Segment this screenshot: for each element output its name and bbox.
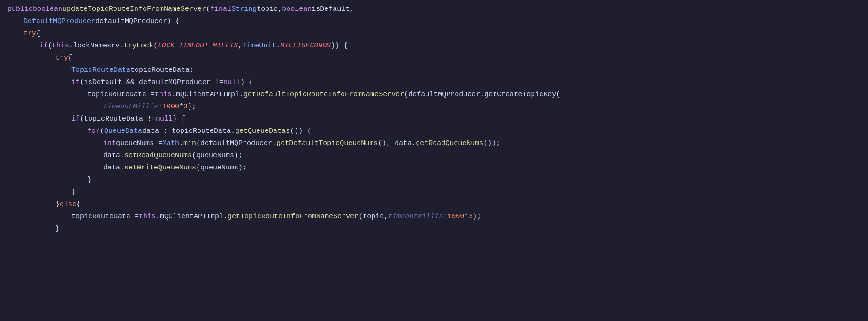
- code-token: if: [71, 114, 80, 125]
- code-token: int: [103, 138, 116, 149]
- code-token: MILLISECONDS: [280, 40, 331, 52]
- code-token: }: [71, 187, 76, 198]
- code-token: try: [23, 28, 36, 39]
- code-token: getDefaultTopicQueueNums: [276, 138, 378, 149]
- code-token: }: [55, 199, 60, 210]
- code-token: public: [8, 4, 33, 15]
- code-token: (queueNums);: [192, 150, 243, 161]
- code-line-8: timeoutMillis: 1000 * 3);: [0, 101, 868, 114]
- code-line-0: public boolean updateTopicRouteInfoFromN…: [0, 4, 868, 16]
- code-line-9: if (topicRouteData != null) {: [0, 114, 868, 126]
- code-token: this: [52, 40, 69, 52]
- code-line-12: data.setReadQueueNums(queueNums);: [0, 150, 868, 162]
- code-token: getDefaultTopicRouteInfoFromNameServer: [244, 89, 404, 100]
- code-token: if: [39, 40, 48, 52]
- code-token: (queueNums);: [196, 162, 247, 174]
- code-token: .mQClientAPIImpl.: [172, 89, 244, 100]
- code-token: QueueData: [104, 126, 142, 137]
- code-token: DefaultMQProducer: [23, 16, 95, 27]
- code-token: 1000: [162, 101, 179, 113]
- code-token: defaultMQProducer) {: [95, 16, 180, 27]
- code-token: (: [153, 40, 158, 52]
- code-token: topicRouteData =: [71, 211, 139, 222]
- code-token: else: [60, 199, 76, 210]
- code-token: data.: [103, 162, 124, 174]
- code-token: getTopicRouteInfoFromNameServer: [228, 211, 358, 222]
- code-token: (: [48, 40, 52, 52]
- code-token: this: [155, 89, 172, 100]
- code-token: ,: [278, 4, 282, 15]
- code-line-15: }: [0, 187, 868, 199]
- code-line-6: if (isDefault && defaultMQProducer != nu…: [0, 77, 868, 89]
- code-token: )) {: [331, 40, 348, 52]
- code-line-1: DefaultMQProducer defaultMQProducer) {: [0, 16, 868, 28]
- code-token: timeoutMillis:: [103, 101, 162, 113]
- code-token: (: [100, 126, 104, 137]
- code-token: tryLock: [124, 40, 153, 52]
- code-token: String: [231, 4, 257, 15]
- code-token: ) {: [240, 77, 253, 88]
- code-token: (defaultMQProducer.getCreateTopicKey(: [404, 89, 560, 100]
- code-token: 1000: [447, 211, 464, 222]
- code-token: updateTopicRouteInfoFromNameServer: [62, 4, 206, 15]
- code-token: }: [87, 175, 91, 186]
- code-token: Math: [162, 138, 179, 149]
- code-token: ) {: [173, 114, 185, 125]
- code-token: (), data.: [378, 138, 416, 149]
- code-line-16: } else {: [0, 199, 868, 211]
- code-line-5: TopicRouteData topicRouteData;: [0, 65, 868, 77]
- code-token: if: [71, 77, 80, 88]
- code-token: *: [179, 101, 183, 113]
- code-token: try: [55, 53, 68, 64]
- code-token: data : topicRouteData.: [142, 126, 235, 137]
- code-token: final: [210, 4, 231, 15]
- code-token: (: [206, 4, 210, 15]
- code-token: null: [156, 114, 173, 125]
- code-line-14: }: [0, 175, 868, 187]
- code-token: queueNums =: [116, 138, 162, 149]
- code-token: .: [179, 138, 183, 149]
- code-token: timeoutMillis:: [388, 211, 447, 222]
- code-token: 3: [183, 101, 188, 113]
- code-token: topicRouteData;: [130, 65, 194, 76]
- code-token: data.: [103, 150, 124, 161]
- code-token: .lockNamesrv.: [69, 40, 124, 52]
- code-token: 3: [468, 211, 472, 222]
- code-token: {: [36, 28, 40, 39]
- code-line-18: }: [0, 223, 868, 236]
- code-token: {: [76, 199, 81, 210]
- code-token: (topic,: [358, 211, 388, 222]
- code-line-7: topicRouteData = this.mQClientAPIImpl.ge…: [0, 89, 868, 101]
- code-line-4: try {: [0, 53, 868, 65]
- code-token: boolean: [33, 4, 62, 15]
- code-token: null: [223, 77, 240, 88]
- code-token: (topicRouteData !=: [80, 114, 156, 125]
- code-token: );: [472, 211, 481, 222]
- code-token: ,: [350, 4, 354, 15]
- code-token: .: [276, 40, 280, 52]
- code-token: this: [139, 211, 156, 222]
- code-token: {: [68, 53, 72, 64]
- code-token: ()) {: [290, 126, 311, 137]
- code-line-13: data.setWriteQueueNums(queueNums);: [0, 162, 868, 175]
- code-token: TimeUnit: [242, 40, 276, 52]
- code-token: for: [87, 126, 100, 137]
- code-token: *: [464, 211, 468, 222]
- code-token: (defaultMQProducer.: [196, 138, 276, 149]
- code-token: ,: [238, 40, 242, 52]
- code-token: getQueueDatas: [235, 126, 290, 137]
- code-token: (isDefault && defaultMQProducer !=: [80, 77, 223, 88]
- code-line-11: int queueNums = Math.min(defaultMQProduc…: [0, 138, 868, 150]
- code-token: getReadQueueNums: [416, 138, 483, 149]
- code-line-17: topicRouteData = this.mQClientAPIImpl.ge…: [0, 211, 868, 223]
- code-token: setWriteQueueNums: [124, 162, 196, 174]
- code-token: .mQClientAPIImpl.: [156, 211, 228, 222]
- code-token: TopicRouteData: [71, 65, 130, 76]
- code-token: setReadQueueNums: [124, 150, 192, 161]
- code-token: isDefault: [312, 4, 350, 15]
- code-token: min: [183, 138, 196, 149]
- code-token: LOCK_TIMEOUT_MILLIS: [158, 40, 238, 52]
- code-token: topicRouteData =: [87, 89, 155, 100]
- code-token: topic: [257, 4, 278, 15]
- code-line-10: for (QueueData data : topicRouteData.get…: [0, 126, 868, 138]
